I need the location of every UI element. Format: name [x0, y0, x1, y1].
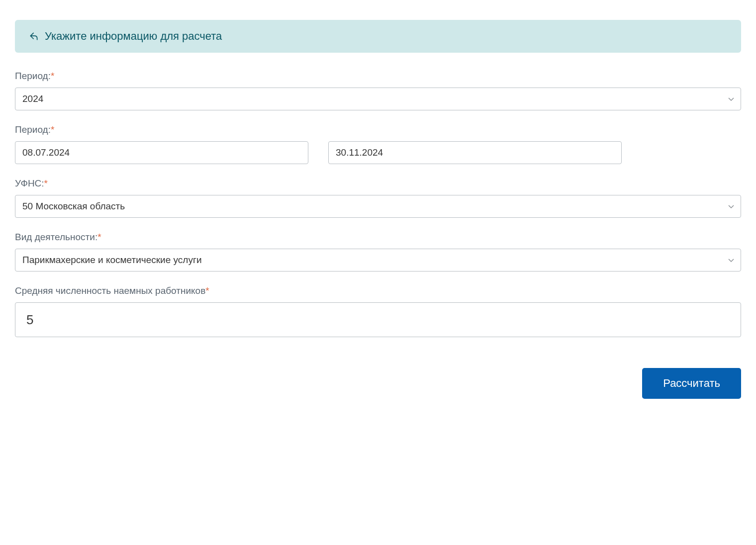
- date-to-wrapper: [328, 141, 741, 164]
- activity-select-wrapper: Парикмахерские и косметические услуги: [15, 249, 741, 272]
- employees-input[interactable]: [15, 302, 741, 337]
- activity-group: Вид деятельности:* Парикмахерские и косм…: [15, 232, 741, 272]
- year-select-value: 2024: [22, 93, 43, 104]
- period-year-group: Период:* 2024: [15, 71, 741, 110]
- year-select-wrapper: 2024: [15, 88, 741, 110]
- activity-label: Вид деятельности:*: [15, 232, 741, 243]
- ufns-select-wrapper: 50 Московская область: [15, 195, 741, 218]
- activity-select-value: Парикмахерские и косметические услуги: [22, 255, 202, 265]
- required-mark: *: [205, 285, 209, 296]
- date-from-input[interactable]: [15, 141, 308, 164]
- year-select[interactable]: 2024: [15, 88, 741, 110]
- ufns-select-value: 50 Московская область: [22, 201, 125, 211]
- label-text: Средняя численность наемных работников: [15, 285, 205, 296]
- ufns-label: УФНС:*: [15, 178, 741, 189]
- activity-select[interactable]: Парикмахерские и косметические услуги: [15, 249, 741, 272]
- required-mark: *: [51, 124, 54, 135]
- pointer-left-icon: [29, 31, 39, 41]
- required-mark: *: [97, 232, 101, 242]
- ufns-group: УФНС:* 50 Московская область: [15, 178, 741, 218]
- info-banner: Укажите информацию для расчета: [15, 20, 741, 53]
- required-mark: *: [51, 71, 54, 81]
- date-row: [15, 141, 741, 164]
- period-year-label: Период:*: [15, 71, 741, 82]
- period-dates-label: Период:*: [15, 124, 741, 135]
- button-row: Рассчитать: [15, 368, 741, 399]
- ufns-select[interactable]: 50 Московская область: [15, 195, 741, 218]
- required-mark: *: [44, 178, 48, 188]
- calculate-button[interactable]: Рассчитать: [642, 368, 741, 399]
- employees-label: Средняя численность наемных работников*: [15, 285, 741, 296]
- employees-group: Средняя численность наемных работников*: [15, 285, 741, 337]
- period-dates-group: Период:*: [15, 124, 741, 164]
- label-text: Вид деятельности:: [15, 232, 97, 242]
- info-banner-text: Укажите информацию для расчета: [45, 30, 222, 43]
- date-to-input[interactable]: [328, 141, 622, 164]
- label-text: Период:: [15, 71, 51, 81]
- label-text: Период:: [15, 124, 51, 135]
- label-text: УФНС:: [15, 178, 44, 188]
